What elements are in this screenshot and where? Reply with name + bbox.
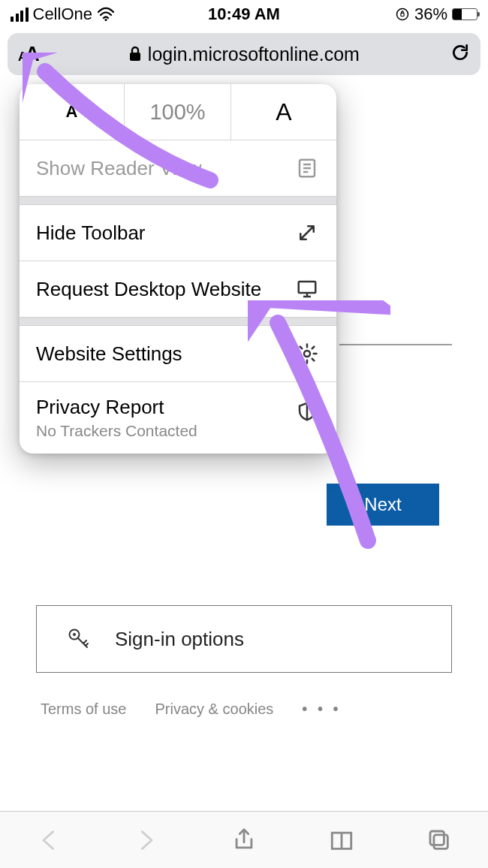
key-icon	[65, 625, 92, 653]
zoom-out-button[interactable]: A	[20, 84, 125, 140]
privacy-report-subtitle: No Trackers Contacted	[36, 422, 197, 440]
zoom-in-button[interactable]: A	[231, 84, 336, 140]
battery-icon	[452, 8, 477, 20]
svg-rect-7	[430, 830, 444, 844]
address-bar[interactable]: AA login.microsoftonline.com	[8, 33, 480, 75]
forward-button[interactable]	[130, 824, 163, 857]
shield-icon	[294, 399, 320, 424]
reader-view-item: Show Reader View	[20, 140, 336, 196]
signal-icon	[11, 8, 29, 22]
reload-button[interactable]	[450, 43, 470, 65]
expand-icon	[294, 220, 320, 246]
hide-toolbar-item[interactable]: Hide Toolbar	[20, 205, 336, 261]
zoom-level[interactable]: 100%	[125, 84, 231, 140]
battery-pct: 36%	[414, 5, 447, 24]
website-settings-item[interactable]: Website Settings	[20, 326, 336, 381]
svg-rect-9	[299, 282, 316, 293]
bookmarks-button[interactable]	[325, 824, 358, 857]
privacy-report-item[interactable]: Privacy Report No Trackers Contacted	[20, 382, 336, 454]
url-text: login.microsoftonline.com	[148, 44, 360, 65]
svg-point-10	[304, 351, 310, 357]
desktop-icon	[294, 276, 320, 302]
input-underline	[339, 344, 452, 345]
back-button[interactable]	[32, 824, 65, 857]
url-field[interactable]: login.microsoftonline.com	[44, 44, 444, 65]
svg-rect-6	[434, 834, 447, 848]
text-size-button[interactable]: AA	[18, 43, 38, 66]
svg-rect-2	[401, 13, 404, 16]
terms-link[interactable]: Terms of use	[41, 701, 126, 718]
request-desktop-item[interactable]: Request Desktop Website	[20, 261, 336, 317]
signin-options-label: Sign-in options	[115, 628, 244, 651]
svg-point-5	[73, 633, 76, 636]
tabs-button[interactable]	[423, 824, 456, 857]
aa-popover-menu: A 100% A Show Reader View Hide Toolbar R…	[20, 84, 336, 454]
wifi-icon	[97, 7, 115, 22]
safari-toolbar	[0, 811, 488, 868]
svg-point-1	[396, 9, 408, 20]
more-link[interactable]: • • •	[302, 701, 341, 718]
lock-icon	[128, 46, 142, 62]
share-button[interactable]	[227, 824, 261, 857]
next-button[interactable]: Next	[327, 484, 439, 526]
gear-icon	[294, 341, 320, 366]
signin-options-button[interactable]: Sign-in options	[36, 605, 452, 673]
svg-point-0	[104, 19, 107, 21]
footer-links: Terms of use Privacy & cookies • • •	[41, 701, 341, 718]
clock: 10:49 AM	[208, 5, 280, 24]
svg-rect-3	[130, 53, 140, 61]
rotation-lock-icon	[395, 7, 410, 22]
carrier-label: CellOne	[33, 5, 92, 24]
reader-icon	[294, 155, 320, 181]
status-bar: CellOne 10:49 AM 36%	[0, 0, 488, 29]
privacy-link[interactable]: Privacy & cookies	[155, 701, 273, 718]
